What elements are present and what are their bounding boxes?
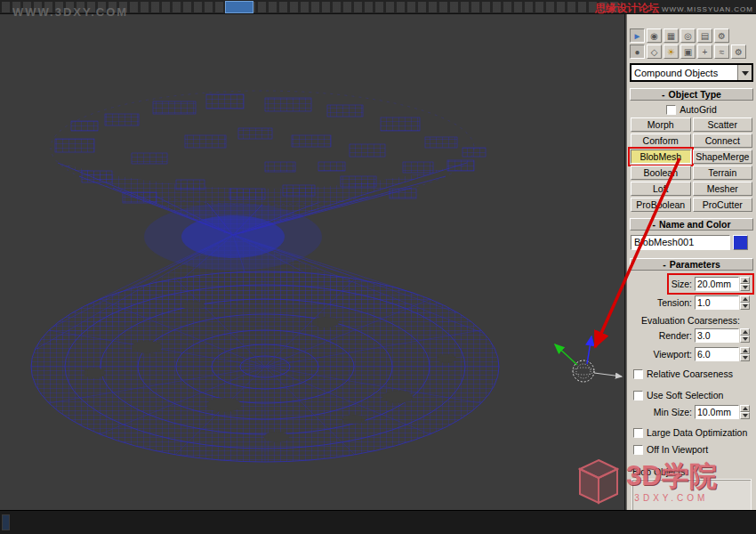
use-soft-selection-label: Use Soft Selection (647, 390, 723, 400)
off-in-viewport-row: Off In Viewport (629, 443, 754, 456)
loft-button[interactable]: Loft (631, 182, 691, 196)
tab-display-icon[interactable]: ▤ (697, 28, 712, 43)
category-cameras-icon[interactable]: ▣ (680, 44, 696, 59)
object-color-swatch[interactable] (733, 235, 748, 250)
object-name-input[interactable]: BlobMesh001 (631, 235, 730, 250)
render-spinner[interactable] (740, 328, 750, 343)
connect-button[interactable]: Connect (693, 134, 753, 148)
viewport-input[interactable]: 6.0 (695, 347, 739, 361)
size-spinner[interactable] (740, 277, 750, 291)
autogrid-row: AutoGrid (629, 103, 754, 116)
panel-categories: ● ◇ ☀ ▣ + ≈ ⚙ (630, 44, 753, 59)
scatter-button[interactable]: Scatter (693, 117, 753, 132)
relative-coarseness-checkbox[interactable] (633, 369, 643, 379)
category-spacewarps-icon[interactable]: ≈ (714, 44, 729, 59)
watermark-cn-text: 思缘设计论坛 (595, 1, 659, 16)
panel-tabs: ► ◉ ▦ ◎ ▤ ⚙ (630, 28, 753, 43)
chevron-down-icon[interactable] (737, 65, 752, 80)
min-size-row: Min Size: 10.0mm (629, 404, 754, 420)
status-bar (0, 510, 756, 534)
proboolean-button[interactable]: ProBoolean (631, 198, 691, 212)
relative-coarseness-row: Relative Coarseness (629, 368, 754, 380)
tab-hierarchy-icon[interactable]: ▦ (664, 28, 679, 43)
watermark-url-text: WWW.MISSYUAN.COM (662, 5, 753, 13)
large-data-label: Large Data Optimization (647, 427, 747, 438)
category-lights-icon[interactable]: ☀ (664, 44, 679, 59)
collapse-icon: - (652, 219, 655, 230)
relative-coarseness-label: Relative Coarseness (647, 368, 733, 379)
rollout-name-and-color[interactable]: - Name and Color (630, 218, 753, 231)
status-chip (2, 514, 10, 530)
terrain-button[interactable]: Terrain (693, 166, 753, 180)
rollout-object-type[interactable]: - Object Type (630, 88, 753, 101)
toolbar-active-tool-icon[interactable] (225, 1, 253, 13)
category-geometry-icon[interactable]: ● (630, 44, 645, 59)
object-type-buttons: Morph Scatter Conform Connect BlobMesh S… (631, 117, 752, 212)
render-row: Render: 3.0 (629, 328, 754, 344)
viewport-spinner[interactable] (740, 347, 750, 361)
rollout-title: Parameters (670, 259, 720, 270)
conform-button[interactable]: Conform (631, 134, 691, 148)
size-row: Size: 20.0mm (629, 276, 754, 292)
viewport-row: Viewport: 6.0 (629, 346, 754, 362)
autogrid-checkbox[interactable] (666, 105, 676, 115)
tension-row: Tension: 1.0 (629, 295, 754, 311)
render-label: Render: (659, 330, 692, 341)
wireframe-mesh (0, 14, 625, 510)
blob-objects-label: Blob Objects (629, 466, 754, 477)
size-label: Size: (672, 279, 692, 289)
tension-label: Tension: (657, 297, 692, 308)
large-data-checkbox[interactable] (633, 428, 643, 438)
min-size-spinner[interactable] (740, 405, 750, 419)
tab-create-icon[interactable]: ► (630, 28, 645, 43)
viewport-label: Viewport: (653, 349, 692, 360)
object-category-dropdown[interactable]: Compound Objects (630, 63, 753, 82)
tension-input[interactable]: 1.0 (695, 295, 739, 310)
blob-objects-list[interactable] (631, 479, 752, 510)
rollout-title: Object Type (669, 89, 721, 100)
category-shapes-icon[interactable]: ◇ (647, 44, 662, 59)
rollout-parameters[interactable]: - Parameters (630, 258, 753, 271)
collapse-icon: - (662, 89, 665, 100)
off-in-viewport-checkbox[interactable] (633, 445, 643, 455)
blobmesh-button[interactable]: BlobMesh (631, 150, 691, 164)
use-soft-selection-row: Use Soft Selection (629, 389, 754, 401)
boolean-button[interactable]: Boolean (631, 166, 691, 180)
tab-modify-icon[interactable]: ◉ (647, 28, 662, 43)
shapemerge-button[interactable]: ShapeMerge (693, 150, 753, 164)
mesher-button[interactable]: Mesher (693, 182, 753, 196)
min-size-input[interactable]: 10.0mm (695, 405, 739, 419)
size-input[interactable]: 20.0mm (695, 277, 739, 291)
category-systems-icon[interactable]: ⚙ (731, 44, 746, 59)
use-soft-selection-checkbox[interactable] (633, 391, 643, 400)
large-data-row: Large Data Optimization (629, 426, 754, 439)
watermark-top-right: 思缘设计论坛 WWW.MISSYUAN.COM (595, 1, 753, 16)
tension-spinner[interactable] (740, 295, 750, 310)
collapse-icon: - (663, 259, 666, 270)
rollout-title: Name and Color (659, 219, 731, 230)
off-in-viewport-label: Off In Viewport (647, 444, 708, 455)
tab-utilities-icon[interactable]: ⚙ (714, 28, 729, 43)
procutter-button[interactable]: ProCutter (693, 198, 753, 212)
render-input[interactable]: 3.0 (695, 328, 739, 343)
morph-button[interactable]: Morph (631, 117, 691, 132)
name-row: BlobMesh001 (631, 235, 752, 250)
min-size-label: Min Size: (654, 407, 692, 417)
autogrid-label: AutoGrid (680, 104, 716, 115)
tab-motion-icon[interactable]: ◎ (680, 28, 696, 43)
3dsmax-window: WWW.3DXY.COM 思缘设计论坛 WWW.MISSYUAN.COM ► ◉… (0, 0, 756, 534)
evaluation-coarseness-heading: Evaluation Coarseness: (629, 315, 754, 326)
dropdown-value: Compound Objects (631, 68, 737, 78)
command-panel: ► ◉ ▦ ◎ ▤ ⚙ ● ◇ ☀ ▣ + ≈ ⚙ Compound Objec… (626, 14, 756, 510)
category-helpers-icon[interactable]: + (697, 44, 712, 59)
watermark-top-left: WWW.3DXY.COM (12, 5, 128, 19)
viewport[interactable] (0, 14, 625, 510)
